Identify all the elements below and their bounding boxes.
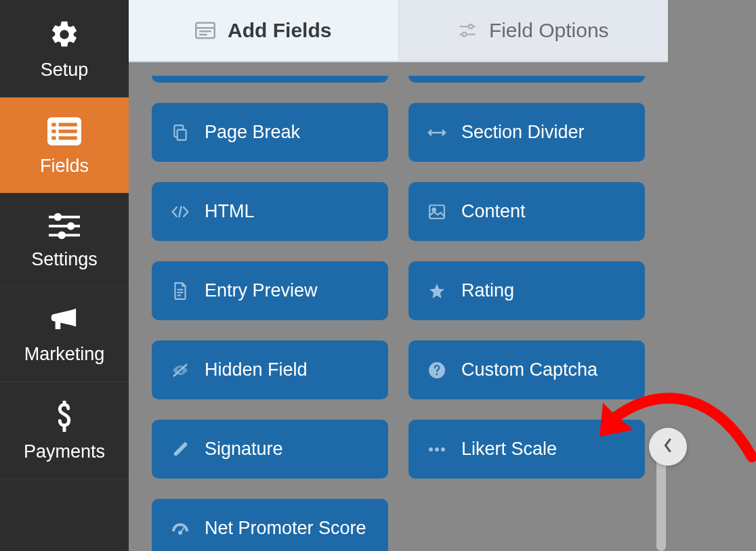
form-icon [195, 22, 215, 39]
arrows-horizontal-icon [427, 127, 446, 138]
fields-panel: Page Break Section Divider HTML [129, 62, 668, 551]
field-label: Signature [205, 439, 283, 460]
svg-rect-1 [51, 123, 56, 127]
copy-icon [171, 124, 190, 141]
svg-line-35 [180, 527, 184, 533]
field-button-section-divider[interactable]: Section Divider [408, 103, 645, 162]
field-button-partial[interactable] [152, 76, 388, 83]
field-label: Net Promoter Score [205, 518, 366, 539]
sidebar-item-marketing[interactable]: Marketing [0, 287, 129, 382]
gear-icon [49, 19, 80, 50]
field-label: Entry Preview [205, 280, 318, 301]
field-button-content[interactable]: Content [408, 182, 645, 241]
dollar-icon [55, 401, 74, 432]
pencil-icon [171, 441, 190, 458]
svg-point-18 [469, 24, 473, 28]
field-button-page-break[interactable]: Page Break [152, 103, 388, 162]
tabs: Add Fields Field Options [129, 0, 668, 62]
svg-rect-3 [51, 129, 56, 133]
tab-field-options[interactable]: Field Options [398, 0, 669, 61]
image-icon [427, 204, 446, 220]
svg-rect-9 [49, 225, 80, 227]
field-button-net-promoter-score[interactable]: Net Promoter Score [152, 499, 388, 551]
field-button-signature[interactable]: Signature [152, 420, 388, 479]
sidebar-item-label: Settings [31, 249, 98, 270]
svg-rect-21 [177, 129, 186, 139]
svg-rect-7 [49, 216, 80, 219]
sidebar-item-payments[interactable]: Payments [0, 382, 129, 479]
svg-point-30 [436, 373, 438, 375]
svg-rect-4 [59, 129, 77, 133]
collapse-panel-button[interactable] [649, 428, 687, 466]
sidebar-item-label: Setup [41, 60, 89, 81]
tab-label: Field Options [489, 19, 609, 42]
svg-point-10 [67, 222, 75, 230]
field-button-partial[interactable] [408, 76, 645, 83]
sidebar-item-fields[interactable]: Fields [0, 97, 129, 194]
scrollbar[interactable] [654, 0, 668, 551]
svg-rect-6 [59, 136, 77, 139]
sliders-icon [49, 213, 80, 240]
field-button-custom-captcha[interactable]: Custom Captcha [408, 340, 645, 399]
star-icon [427, 282, 446, 300]
field-label: HTML [205, 201, 255, 222]
sidebar-item-label: Payments [24, 441, 105, 462]
sliders-icon [458, 22, 477, 39]
chevron-left-icon [663, 437, 673, 456]
field-button-html[interactable]: HTML [152, 182, 388, 241]
tab-add-fields[interactable]: Add Fields [129, 0, 398, 61]
field-button-entry-preview[interactable]: Entry Preview [152, 261, 388, 320]
field-label: Likert Scale [461, 439, 557, 460]
bullhorn-icon [49, 306, 80, 334]
preview-strip [668, 0, 756, 551]
field-button-rating[interactable]: Rating [408, 261, 645, 320]
svg-rect-23 [429, 205, 444, 219]
field-label: Section Divider [461, 122, 585, 143]
svg-rect-5 [51, 136, 56, 139]
eye-slash-icon [171, 363, 190, 378]
code-icon [171, 204, 190, 219]
sidebar: Setup Fields Settings Marketing Payments [0, 0, 129, 551]
sidebar-item-label: Marketing [24, 344, 105, 365]
list-icon [47, 116, 81, 146]
svg-rect-2 [59, 123, 77, 127]
field-label: Hidden Field [205, 359, 308, 380]
svg-point-8 [54, 213, 62, 221]
field-label: Content [461, 201, 526, 222]
sidebar-item-setup[interactable]: Setup [0, 0, 129, 97]
field-label: Custom Captcha [461, 359, 597, 380]
sidebar-item-settings[interactable]: Settings [0, 194, 129, 287]
field-button-likert-scale[interactable]: Likert Scale [408, 420, 645, 479]
sidebar-item-label: Fields [40, 156, 89, 177]
question-circle-icon [427, 361, 446, 379]
field-label: Rating [461, 280, 514, 301]
svg-point-12 [58, 232, 66, 240]
svg-point-31 [429, 447, 433, 451]
field-button-hidden-field[interactable]: Hidden Field [152, 340, 388, 399]
field-label: Page Break [205, 122, 300, 143]
svg-line-22 [179, 206, 182, 217]
tab-label: Add Fields [228, 19, 331, 42]
svg-point-24 [433, 208, 436, 211]
ellipsis-icon [427, 446, 446, 453]
gauge-icon [171, 521, 190, 537]
svg-point-32 [435, 447, 439, 451]
svg-point-33 [441, 447, 445, 451]
document-icon [171, 282, 190, 301]
svg-point-20 [462, 32, 466, 37]
